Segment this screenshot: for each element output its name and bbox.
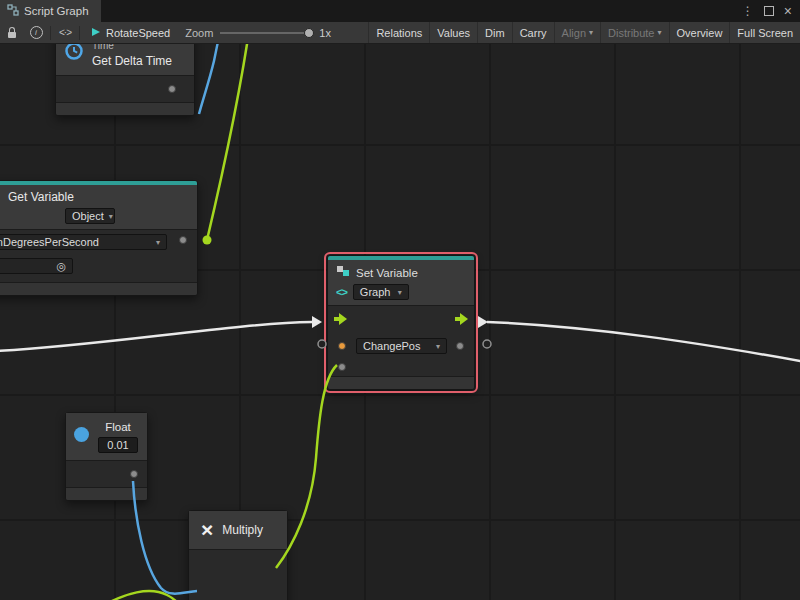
graph-toolbar: i <·> RotateSpeed Zoom 1x Relations Valu…	[0, 22, 800, 44]
dim-button[interactable]: Dim	[477, 22, 512, 43]
value-output-port[interactable]	[456, 342, 464, 350]
variable-kind-value: Graph	[360, 286, 391, 298]
node-body: A A × B B	[189, 550, 287, 600]
graph-breadcrumb[interactable]: RotateSpeed	[82, 22, 179, 43]
node-footer	[56, 102, 194, 115]
zoom-label: Zoom	[185, 27, 213, 39]
chevron-down-icon: ▾	[109, 212, 113, 221]
float-icon	[74, 427, 89, 442]
variable-name-value: RotationDegreesPerSecond	[0, 236, 99, 248]
relations-button[interactable]: Relations	[368, 22, 429, 43]
node-title: Float	[105, 420, 131, 434]
node-title: Set Variable	[356, 266, 418, 280]
node-footer	[0, 282, 197, 295]
node-footer	[328, 376, 474, 389]
extra-input-port[interactable]	[338, 363, 346, 371]
multiply-icon: ×	[201, 521, 213, 539]
node-header: Set Variable <> Graph ▾	[328, 260, 474, 305]
zoom-control: Zoom 1x	[179, 27, 337, 39]
close-icon[interactable]: ×	[784, 4, 792, 18]
node-title: Multiply	[222, 523, 263, 537]
graph-name: RotateSpeed	[106, 27, 170, 39]
variable-name-dropdown[interactable]: RotationDegreesPerSecond ▾	[0, 234, 167, 250]
align-button[interactable]: Align▾	[554, 22, 600, 43]
flow-input-port[interactable]	[334, 313, 347, 325]
lock-icon[interactable]	[0, 22, 24, 43]
distribute-button[interactable]: Distribute▾	[600, 22, 668, 43]
overview-button[interactable]: Overview	[669, 22, 730, 43]
script-graph-icon	[7, 4, 19, 18]
node-header: × Multiply	[189, 511, 287, 549]
tab-script-graph[interactable]: Script Graph	[0, 0, 101, 22]
zoom-value: 1x	[319, 27, 331, 39]
values-button[interactable]: Values	[429, 22, 477, 43]
node-get-variable[interactable]: Get Variable Object ▾ RotationDegreesPer…	[0, 180, 198, 296]
node-get-delta-time[interactable]: Time Get Delta Time	[55, 33, 195, 116]
node-footer	[66, 487, 147, 500]
tab-title: Script Graph	[24, 5, 89, 17]
chevron-down-icon: ▾	[658, 28, 662, 37]
node-title: Get Variable	[8, 190, 189, 204]
object-picker-icon[interactable]: ◎	[56, 261, 66, 272]
set-variable-icon	[336, 265, 350, 280]
variable-name-value: ChangePos	[363, 340, 421, 352]
kebab-menu-icon[interactable]: ⋮	[742, 5, 754, 17]
node-multiply[interactable]: × Multiply A A × B B	[188, 510, 288, 600]
value-input-port[interactable]	[338, 342, 346, 350]
output-port[interactable]	[168, 85, 176, 93]
node-float[interactable]: Float 0.01	[65, 412, 148, 501]
node-set-variable[interactable]: Set Variable <> Graph ▾ ChangePos ▾	[327, 255, 475, 390]
chevron-down-icon: ▾	[436, 342, 440, 351]
maximize-icon[interactable]	[764, 6, 774, 16]
node-body	[56, 76, 194, 102]
toolbar-divider	[50, 26, 51, 40]
script-graph-window: Time Get Delta Time Get Variable Object …	[0, 0, 800, 600]
tab-bar: Script Graph ⋮ ×	[0, 0, 800, 22]
variable-kind-dropdown[interactable]: Graph ▾	[353, 284, 409, 300]
flow-output-port[interactable]	[455, 313, 468, 325]
target-field[interactable]: This ◎	[0, 258, 73, 274]
graph-asset-icon	[91, 27, 101, 39]
node-body: RotationDegreesPerSecond ▾ This ◎	[0, 230, 197, 282]
toolbar-buttons: Relations Values Dim Carry Align▾ Distri…	[368, 22, 800, 43]
zoom-slider-handle[interactable]	[304, 28, 314, 38]
node-header: Float 0.01	[66, 413, 147, 460]
chevron-down-icon: ▾	[156, 238, 160, 247]
variable-kind-dropdown[interactable]: Object ▾	[65, 208, 115, 224]
zoom-slider[interactable]	[220, 32, 312, 34]
node-header: Get Variable Object ▾	[0, 185, 197, 229]
inspect-icon[interactable]: <·>	[53, 22, 77, 43]
output-port[interactable]	[130, 470, 138, 478]
float-value-field[interactable]: 0.01	[98, 437, 138, 453]
chevron-down-icon: ▾	[398, 288, 402, 297]
toolbar-divider	[79, 26, 80, 40]
carry-button[interactable]: Carry	[512, 22, 554, 43]
variable-name-dropdown[interactable]: ChangePos ▾	[356, 338, 447, 354]
value-port[interactable]	[179, 236, 187, 244]
chevron-down-icon: ▾	[589, 28, 593, 37]
node-body: ChangePos ▾	[328, 306, 474, 376]
info-icon[interactable]: i	[24, 22, 48, 43]
variable-kind-value: Object	[72, 210, 104, 222]
node-body	[66, 461, 147, 487]
full-screen-button[interactable]: Full Screen	[729, 22, 800, 43]
graph-scope-icon: <>	[336, 286, 347, 298]
node-title: Get Delta Time	[92, 54, 172, 69]
